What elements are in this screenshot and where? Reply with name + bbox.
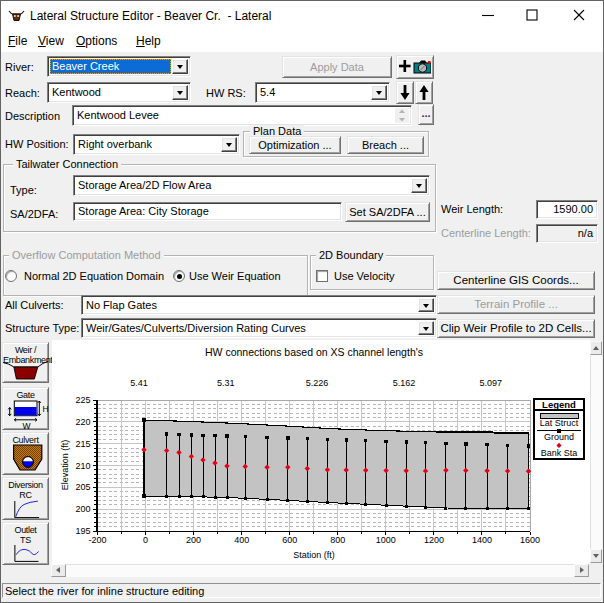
svg-text:1600: 1600 (520, 535, 540, 545)
svg-text:5.226: 5.226 (306, 378, 329, 388)
svg-text:Ground: Ground (544, 432, 574, 442)
svg-text:200: 200 (75, 504, 90, 514)
svg-text:215: 215 (75, 439, 90, 449)
svg-text:1000: 1000 (376, 535, 396, 545)
svg-text:Station (ft): Station (ft) (293, 550, 335, 560)
svg-text:0: 0 (143, 535, 148, 545)
svg-text:600: 600 (282, 535, 297, 545)
svg-text:Lat Struct: Lat Struct (540, 418, 579, 428)
svg-text:205: 205 (75, 482, 90, 492)
svg-text:HW connections based on XS cha: HW connections based on XS channel lengt… (205, 346, 423, 358)
svg-text:5.097: 5.097 (480, 378, 503, 388)
svg-text:225: 225 (75, 395, 90, 405)
svg-text:Elevation (ft): Elevation (ft) (60, 440, 70, 491)
svg-text:W: W (23, 421, 31, 430)
svg-text:1400: 1400 (472, 535, 492, 545)
svg-text:5.31: 5.31 (217, 378, 235, 388)
svg-text:5.162: 5.162 (393, 378, 416, 388)
svg-text:210: 210 (75, 461, 90, 471)
svg-text:H: H (43, 404, 49, 414)
svg-text:800: 800 (330, 535, 345, 545)
svg-text:400: 400 (234, 535, 249, 545)
svg-text:Legend: Legend (542, 399, 576, 410)
svg-text:Bank Sta: Bank Sta (541, 448, 578, 458)
svg-text:1200: 1200 (424, 535, 444, 545)
svg-text:200: 200 (186, 535, 201, 545)
svg-text:220: 220 (75, 417, 90, 427)
svg-text:5.41: 5.41 (130, 378, 148, 388)
svg-text:-200: -200 (88, 535, 106, 545)
